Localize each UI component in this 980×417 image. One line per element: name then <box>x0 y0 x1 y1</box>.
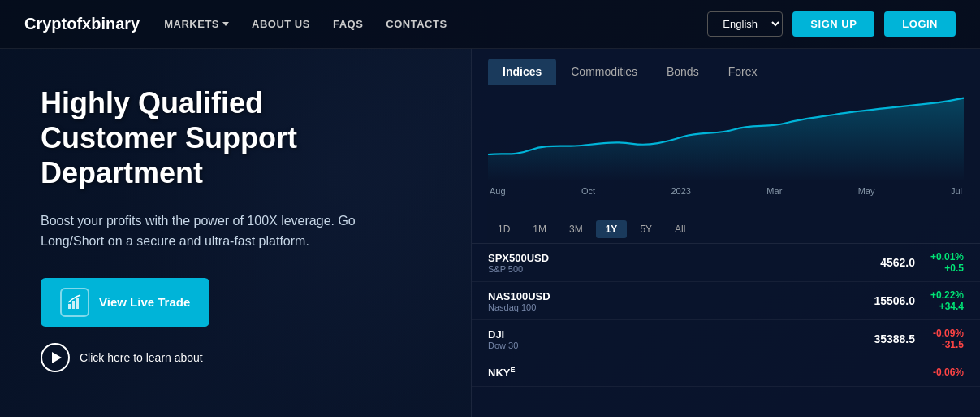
ticker-name: S&P 500 <box>488 264 850 274</box>
login-button[interactable]: LOGIN <box>884 11 956 37</box>
ticker-list: SPX500USD S&P 500 4562.0 +0.01% +0.5 NAS… <box>472 244 980 417</box>
hero-subtitle: Boost your profits with the power of 100… <box>41 211 414 252</box>
time-period-buttons: 1D 1M 3M 1Y 5Y All <box>472 215 980 244</box>
chart-label-aug: Aug <box>490 186 506 196</box>
learn-label: Click here to learn about <box>80 351 203 364</box>
chart-label-may: May <box>858 186 875 196</box>
language-select[interactable]: English <box>707 11 783 37</box>
time-5y[interactable]: 5Y <box>630 220 662 238</box>
play-icon <box>41 343 70 372</box>
logo: Cryptofxbinary <box>24 15 140 33</box>
ticker-nas100[interactable]: NAS100USD Nasdaq 100 15506.0 +0.22% +34.… <box>472 282 980 320</box>
ticker-price: 4562.0 <box>850 256 915 269</box>
nav-contacts[interactable]: CONTACTS <box>386 18 447 30</box>
ticker-spx500[interactable]: SPX500USD S&P 500 4562.0 +0.01% +0.5 <box>472 244 980 282</box>
ticker-change: -0.09% -31.5 <box>915 328 964 350</box>
ticker-name: Dow 30 <box>488 341 850 350</box>
learn-link[interactable]: Click here to learn about <box>41 343 438 372</box>
chart-axis-labels: Aug Oct 2023 Mar May Jul <box>488 186 964 196</box>
live-trade-button[interactable]: View Live Trade <box>41 278 209 327</box>
ticker-change: -0.06% <box>915 367 964 378</box>
main-content: Highly QualifiedCustomer Support Departm… <box>0 49 980 417</box>
nav-markets[interactable]: MARKETS <box>164 18 229 30</box>
market-panel: Indices Commodities Bonds Forex Aug <box>471 49 980 417</box>
ticker-symbol: NKYE <box>488 366 850 379</box>
ticker-price: 35388.5 <box>850 332 915 345</box>
ticker-symbol: DJI <box>488 328 850 341</box>
time-1y[interactable]: 1Y <box>596 220 628 238</box>
trade-chart-icon <box>60 288 89 317</box>
ticker-name: Nasdaq 100 <box>488 302 850 312</box>
chart-label-jul: Jul <box>951 186 962 196</box>
signup-button[interactable]: SIGN UP <box>792 11 874 37</box>
main-nav: MARKETS ABOUT US FAQS CONTACTS <box>164 18 707 30</box>
tab-indices[interactable]: Indices <box>488 59 556 85</box>
chevron-down-icon <box>222 22 229 26</box>
time-all[interactable]: All <box>665 220 695 238</box>
time-3m[interactable]: 3M <box>559 220 593 238</box>
time-1d[interactable]: 1D <box>488 220 520 238</box>
svg-rect-0 <box>68 304 71 309</box>
tab-forex[interactable]: Forex <box>714 59 772 85</box>
svg-rect-1 <box>72 301 75 309</box>
time-1m[interactable]: 1M <box>523 220 556 238</box>
svg-rect-2 <box>76 298 79 309</box>
ticker-change: +0.22% +34.4 <box>915 289 964 312</box>
chart-label-mar: Mar <box>766 186 782 196</box>
ticker-symbol: NAS100USD <box>488 290 850 302</box>
ticker-nky[interactable]: NKYE -0.06% <box>472 358 980 387</box>
ticker-dji[interactable]: DJI Dow 30 35388.5 -0.09% -31.5 <box>472 320 980 358</box>
chart-label-oct: Oct <box>581 186 595 196</box>
ticker-change: +0.01% +0.5 <box>915 251 964 274</box>
hero-section: Highly QualifiedCustomer Support Departm… <box>0 49 471 417</box>
nav-about[interactable]: ABOUT US <box>252 18 310 30</box>
market-tabs: Indices Commodities Bonds Forex <box>472 49 980 85</box>
chart-area: Aug Oct 2023 Mar May Jul <box>472 85 980 215</box>
ticker-price: 15506.0 <box>850 294 915 307</box>
header-actions: English SIGN UP LOGIN <box>707 11 956 37</box>
live-trade-label: View Live Trade <box>99 295 190 309</box>
tab-commodities[interactable]: Commodities <box>556 59 652 85</box>
tab-bonds[interactable]: Bonds <box>652 59 714 85</box>
nav-faqs[interactable]: FAQS <box>333 18 363 30</box>
ticker-symbol: SPX500USD <box>488 252 850 264</box>
chart-label-2023: 2023 <box>671 186 690 196</box>
hero-title: Highly QualifiedCustomer Support Departm… <box>41 85 438 191</box>
header: Cryptofxbinary MARKETS ABOUT US FAQS CON… <box>0 0 980 49</box>
price-chart <box>488 92 964 181</box>
